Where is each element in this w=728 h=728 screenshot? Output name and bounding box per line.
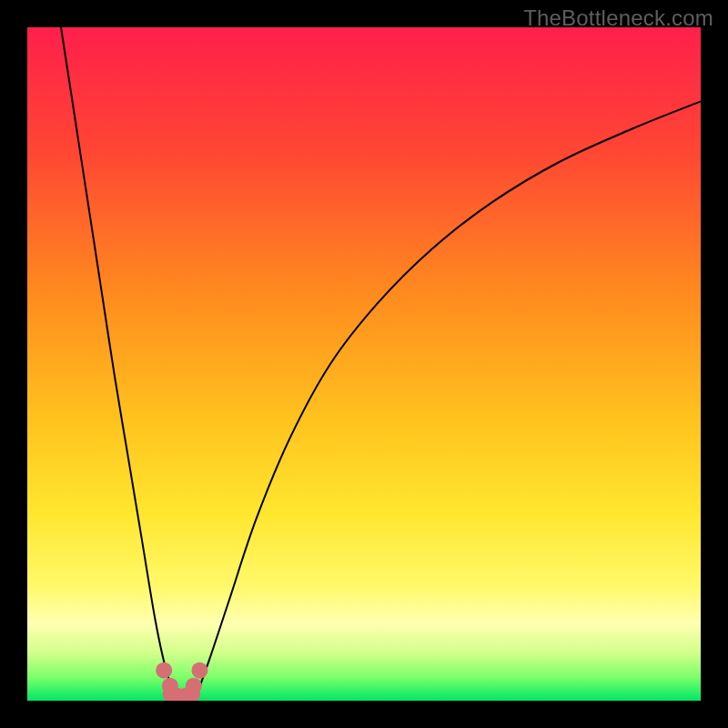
chart-svg (27, 27, 701, 701)
outer-frame: TheBottleneck.com (0, 0, 728, 728)
marker-dot (156, 662, 172, 679)
watermark-text: TheBottleneck.com (523, 5, 713, 31)
marker-dot (191, 662, 207, 679)
plot-area (27, 27, 701, 701)
marker-dot (186, 678, 202, 694)
gradient-rect (27, 27, 701, 701)
